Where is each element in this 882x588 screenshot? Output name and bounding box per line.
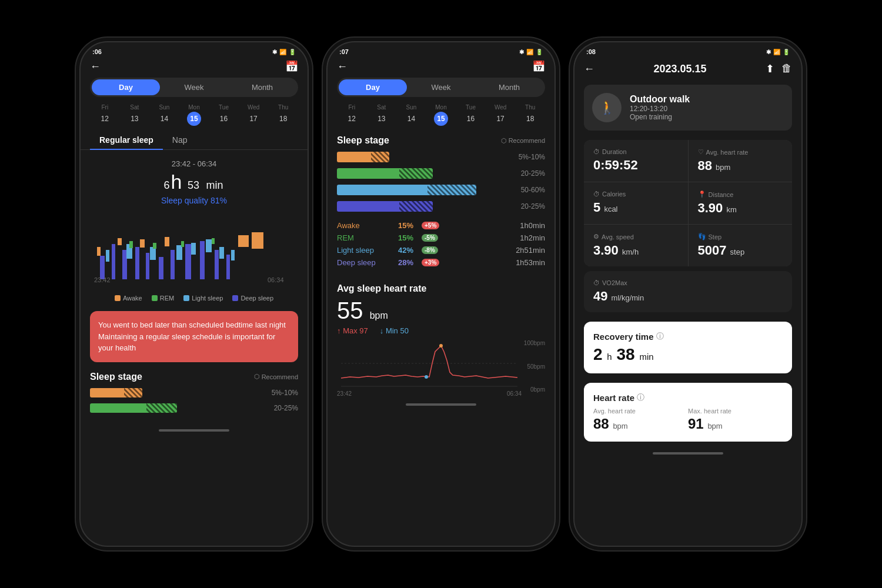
date-thu-2[interactable]: Thu18	[523, 104, 537, 126]
calendar-icon-2[interactable]: 📅	[532, 60, 545, 73]
sleep-hours: 6	[164, 179, 170, 191]
hr-max-value: 91 bpm	[688, 416, 783, 432]
sleep-quality: Sleep quality 81%	[90, 196, 298, 205]
recommend-badge-2: ⬡ Recommend	[501, 137, 545, 145]
time-1: :06	[92, 48, 102, 55]
stat-calories-value: 5 kcal	[593, 200, 679, 215]
phone-2: :07 ✱ 📶 🔋 ← 📅 Day Week Month Fri12 Sat13…	[326, 41, 556, 547]
home-bar-1	[159, 429, 229, 432]
hr-value: 55 bpm	[337, 298, 545, 324]
date-wed-2[interactable]: Wed17	[493, 104, 507, 126]
tab-week-1[interactable]: Week	[160, 79, 228, 95]
home-indicator-2	[328, 397, 554, 412]
share-icon[interactable]: ⬆	[766, 62, 774, 75]
date-sun[interactable]: Sun14	[157, 104, 171, 126]
date-thu[interactable]: Thu18	[276, 104, 290, 126]
date-mon-today[interactable]: Mon15	[187, 104, 201, 126]
sleep-tab-nap[interactable]: Nap	[163, 131, 197, 149]
back-button-2[interactable]: ←	[337, 61, 348, 73]
walk-icon: 🚶	[599, 100, 615, 115]
recovery-info-icon: ⓘ	[656, 331, 664, 342]
diff-badge-awake: +5%	[422, 222, 439, 229]
stat-step-value: 5007 step	[698, 243, 783, 258]
svg-rect-16	[206, 239, 212, 252]
back-button-1[interactable]: ←	[90, 61, 101, 73]
home-indicator-3	[574, 446, 801, 460]
phone-3: :08 ✱ 📶 🔋 ← 2023.05.15 ⬆ 🗑 🚶 Outdoor wal…	[573, 41, 803, 547]
status-icons-2: ✱ 📶 🔋	[519, 49, 543, 55]
status-bar-1: :06 ✱ 📶 🔋	[81, 42, 308, 58]
legend-rem: REM	[152, 295, 174, 302]
stat-duration-value: 0:59:52	[593, 158, 679, 173]
svg-rect-26	[165, 237, 169, 246]
step-icon: 👣	[698, 233, 706, 240]
hr-chart-svg	[337, 340, 522, 387]
legend-deep: Deep sleep	[232, 295, 273, 302]
sleep-time-range: 23:42 - 06:34	[90, 159, 298, 168]
stat-step-label: 👣 Step	[698, 233, 783, 240]
calendar-icon-1[interactable]: 📅	[285, 60, 298, 73]
recommend-badge-1: ⬡ Recommend	[254, 373, 298, 380]
hr-max-label: Max. heart rate	[688, 407, 783, 415]
stat-calories-label: ⏱ Calories	[593, 191, 679, 198]
stage-stat-light: Light sleep 42% -8% 2h51min	[337, 246, 545, 255]
calories-icon: ⏱	[593, 191, 600, 198]
clock-icon: ⏱	[593, 148, 600, 155]
svg-rect-0	[100, 256, 105, 279]
date-fri-2[interactable]: Fri12	[345, 104, 359, 126]
status-bar-3: :08 ✱ 📶 🔋	[574, 42, 801, 58]
stage-row-light-2: 50-60%	[337, 185, 545, 195]
hr-info-icon: ⓘ	[637, 392, 644, 403]
recovery-card: Recovery time ⓘ 2 h 38 min	[584, 322, 792, 373]
status-icons-1: ✱ 📶 🔋	[272, 49, 296, 55]
workout-header: ← 2023.05.15 ⬆ 🗑	[574, 58, 801, 80]
date-tue-2[interactable]: Tue16	[464, 104, 478, 126]
stage-duration-awake: 1h0min	[520, 221, 545, 230]
date-sat-2[interactable]: Sat13	[375, 104, 389, 126]
home-bar-2	[406, 403, 476, 406]
delete-icon[interactable]: 🗑	[781, 62, 792, 75]
date-sun-2[interactable]: Sun14	[404, 104, 418, 126]
workout-type: Open training	[630, 113, 690, 121]
hr-card-avg: Avg. heart rate 88 bpm	[593, 407, 688, 432]
tab-day-2[interactable]: Day	[339, 79, 407, 95]
workout-header-row: ← 2023.05.15 ⬆ 🗑	[584, 62, 792, 75]
sleep-tab-regular[interactable]: Regular sleep	[90, 131, 163, 149]
stage-row-rem-2: 20-25%	[337, 168, 545, 179]
svg-rect-3	[135, 247, 139, 279]
back-button-3[interactable]: ←	[584, 63, 594, 75]
date-mon-today-2[interactable]: Mon15	[434, 104, 448, 126]
tab-week-2[interactable]: Week	[407, 79, 475, 95]
recovery-title: Recovery time ⓘ	[593, 331, 783, 342]
tab-day-1[interactable]: Day	[92, 79, 160, 95]
sleep-legend-1: Awake REM Light sleep Deep sleep	[81, 292, 308, 306]
svg-text:23:42: 23:42	[94, 276, 111, 283]
stage-duration-rem: 1h2min	[520, 233, 545, 242]
svg-rect-19	[129, 241, 133, 248]
stat-duration-label: ⏱ Duration	[593, 148, 679, 155]
date-wed[interactable]: Wed17	[246, 104, 260, 126]
svg-rect-1	[112, 244, 115, 279]
stat-avg-hr-label: ♡ Avg. heart rate	[698, 148, 783, 156]
svg-rect-9	[215, 250, 219, 279]
svg-rect-2	[122, 250, 127, 279]
tab-month-1[interactable]: Month	[228, 79, 296, 95]
date-tue[interactable]: Tue16	[217, 104, 231, 126]
hr-minmax: ↑ Max 97 ↓ Min 50	[337, 326, 545, 335]
svg-rect-11	[106, 250, 109, 262]
hr-avg-value: 88 bpm	[593, 416, 688, 432]
svg-rect-20	[153, 243, 156, 249]
date-sat[interactable]: Sat13	[128, 104, 142, 126]
hr-chart-time-labels: 23:42 06:34	[337, 390, 545, 397]
stage-row-deep-2: 20-25%	[337, 201, 545, 212]
app-header-2: ← 📅	[328, 58, 554, 78]
tab-month-2[interactable]: Month	[475, 79, 543, 95]
hr-section: Avg sleep heart rate 55 bpm ↑ Max 97 ↓ M…	[337, 283, 545, 393]
date-fri[interactable]: Fri12	[98, 104, 112, 126]
workout-icon: 🚶	[592, 93, 622, 122]
app-header-1: ← 📅	[81, 58, 308, 78]
sleep-duration: 6h 53 min	[90, 171, 298, 193]
hr-avg-label: Avg. heart rate	[593, 407, 688, 415]
heart-icon: ♡	[698, 148, 704, 156]
svg-rect-10	[226, 255, 230, 279]
